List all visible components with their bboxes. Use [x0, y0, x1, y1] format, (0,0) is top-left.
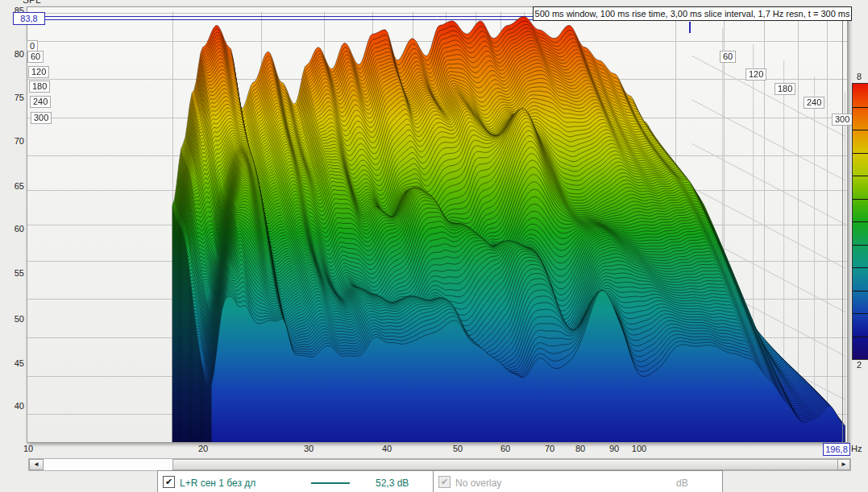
y-axis-tick-label: 55 [2, 268, 24, 278]
colorbar-top-label: 8 [857, 72, 862, 81]
trace-visibility-checkbox[interactable]: ✔ [163, 476, 175, 488]
colorbar-segment [853, 107, 868, 130]
x-axis-tick-label: 80 [575, 444, 585, 453]
freq-axis-unit: Hz [851, 444, 862, 453]
x-axis-tick-label: 70 [545, 444, 554, 453]
waterfall-surface-canvas[interactable] [27, 7, 847, 442]
x-axis-tick-label: 60 [500, 444, 510, 453]
x-axis-tick-label: 20 [198, 444, 208, 453]
colorbar-segment [853, 337, 868, 360]
scrollbar-left-arrow-icon[interactable]: ◄ [29, 459, 44, 470]
overlay-legend-panel: ✔ No overlay dB [433, 470, 723, 492]
time-axis-label-left: 60 [27, 51, 44, 63]
time-axis-label-right: 180 [775, 83, 795, 95]
x-axis-tick-label: 10 [23, 444, 33, 453]
y-axis-tick-label: 45 [2, 358, 24, 368]
waterfall-settings-readout: 500 ms window, 100 ms rise time, 3,00 ms… [533, 6, 852, 21]
scrollbar-right-arrow-icon[interactable]: ► [837, 459, 850, 470]
x-axis-tick-label: 40 [382, 444, 392, 453]
waterfall-plot-area[interactable]: 060120180240300 60120180240300 [27, 6, 848, 443]
time-axis-label-left: 180 [29, 81, 50, 93]
y-axis: 85807570656055504540 [0, 0, 24, 441]
colorbar-segment [853, 199, 868, 222]
y-axis-tick-label: 60 [2, 224, 24, 234]
x-axis-tick-label: 30 [304, 444, 314, 453]
x-axis-tick-label: 90 [609, 444, 619, 453]
time-axis-label-left: 300 [31, 112, 52, 124]
x-axis-tick-label: 50 [453, 444, 463, 453]
y-axis-tick-label: 65 [2, 181, 24, 191]
trace-legend-panel: ✔ L+R сен 1 без дл 52,3 dB [157, 470, 434, 492]
colorbar-segment [853, 291, 868, 314]
trace-label[interactable]: L+R сен 1 без дл [180, 478, 255, 489]
colorbar-segment [853, 267, 868, 291]
x-axis: 102030405060708090100 [0, 444, 868, 457]
colorbar-segment [853, 84, 868, 107]
time-axis-label-right: 300 [832, 114, 853, 126]
time-axis-label-right: 240 [804, 97, 824, 109]
y-axis-tick-label: 80 [2, 49, 24, 59]
trace-line-sample-icon [311, 482, 350, 484]
time-axis-label-right: 60 [720, 51, 736, 63]
horizontal-scrollbar[interactable]: ◄ ► [28, 458, 851, 471]
y-axis-tick-label: 50 [2, 314, 24, 324]
no-overlay-checkbox: ✔ [438, 476, 451, 488]
colorbar-segment [853, 153, 868, 176]
colorbar-segment [853, 130, 868, 153]
colorbar-bottom-label: 2 [857, 360, 862, 370]
y-axis-tick-label: 75 [2, 93, 24, 102]
colorbar-segment [853, 245, 868, 268]
colorbar-segment [853, 176, 868, 199]
colorbar-segment [853, 313, 868, 337]
freq-cursor-value-box: 196,8 [823, 443, 850, 456]
y-axis-tick-label: 40 [2, 401, 24, 411]
colorbar-segment [853, 221, 868, 245]
scrollbar-thumb[interactable] [172, 459, 840, 470]
spl-cursor-value-box: 83,8 [13, 12, 45, 25]
trace-cursor-value: 52,3 dB [376, 478, 409, 489]
overlay-unit-label: dB [676, 478, 688, 489]
time-axis-label-left: 240 [30, 96, 51, 108]
no-overlay-label: No overlay [455, 478, 501, 489]
x-axis-tick-label: 100 [632, 444, 646, 453]
y-axis-tick-label: 70 [2, 136, 24, 146]
time-axis-label-right: 120 [745, 68, 766, 81]
spl-axis-title: SPL [23, 0, 41, 6]
time-axis-label-left: 120 [28, 66, 49, 78]
spl-colorbar [852, 83, 868, 360]
